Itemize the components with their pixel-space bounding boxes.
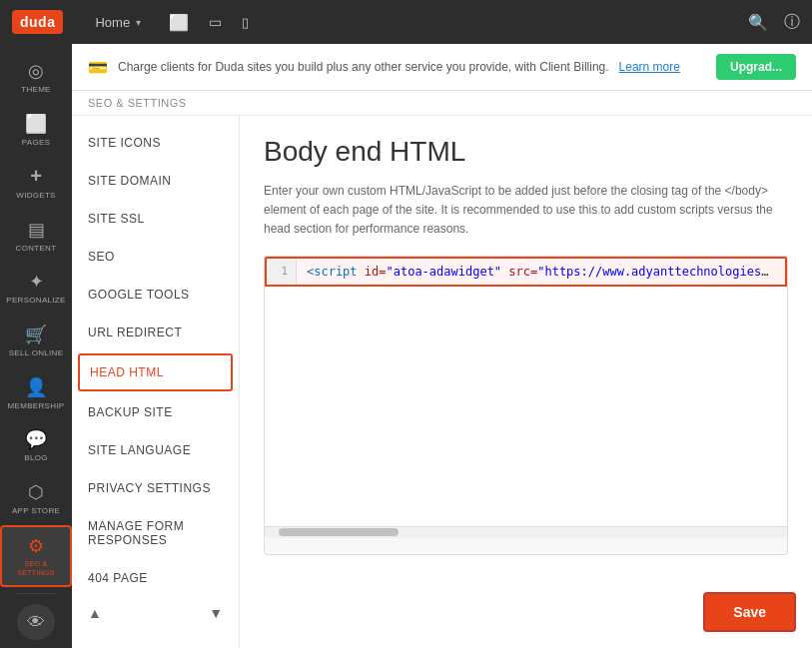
home-label: Home xyxy=(95,15,130,30)
sidebar-item-blog[interactable]: 💬 BLOG xyxy=(0,420,72,471)
code-text[interactable]: <script id="atoa-adawidget" src="https:/… xyxy=(297,259,785,285)
app-store-icon: ⬡ xyxy=(28,481,44,503)
top-nav: duda Home ▾ ⬜ ▭ ▯ 🔍 ⓘ xyxy=(0,0,812,44)
nav-right: 🔍 ⓘ xyxy=(748,12,800,33)
settings-nav-head-html[interactable]: HEAD HTML xyxy=(78,353,233,391)
page-header: SEO & SETTINGS xyxy=(72,91,812,116)
code-editor[interactable]: 1 <script id="atoa-adawidget" src="https… xyxy=(264,256,788,555)
learn-more-link[interactable]: Learn more xyxy=(619,60,680,74)
breadcrumb: SEO & SETTINGS xyxy=(88,97,187,109)
code-line-1[interactable]: 1 <script id="atoa-adawidget" src="https… xyxy=(265,257,787,287)
sidebar-label-widgets: WIDGETS xyxy=(16,191,55,201)
code-attr-id: id= xyxy=(365,265,387,279)
code-scrollbar[interactable] xyxy=(265,526,787,538)
preview-icon: 👁 xyxy=(27,612,45,633)
sidebar-item-personalize[interactable]: ✦ PERSONALIZE xyxy=(0,263,72,314)
inner-layout: SITE ICONS SITE DOMAIN SITE SSL SEO GOOG… xyxy=(72,116,812,648)
scroll-up-icon[interactable]: ▲ xyxy=(88,605,102,621)
sidebar-label-app-store: APP STORE xyxy=(12,506,60,516)
upgrade-button[interactable]: Upgrad... xyxy=(716,54,796,80)
sidebar-label-pages: PAGES xyxy=(22,138,50,148)
settings-nav-404-page[interactable]: 404 PAGE xyxy=(72,559,239,597)
seo-settings-icon: ⚙ xyxy=(28,535,44,557)
sidebar-item-widgets[interactable]: + WIDGETS xyxy=(0,157,72,209)
settings-nav-url-redirect[interactable]: URL REDIRECT xyxy=(72,314,239,351)
blog-icon: 💬 xyxy=(25,428,47,450)
settings-nav-privacy-settings[interactable]: PRIVACY SETTINGS xyxy=(72,469,239,507)
settings-nav-site-ssl[interactable]: SITE SSL xyxy=(72,200,239,238)
sidebar-label-membership: MEMBERSHIP xyxy=(8,401,65,411)
scroll-controls: ▲ ▼ xyxy=(72,597,239,629)
promo-text: Charge clients for Duda sites you build … xyxy=(118,60,609,74)
sidebar-item-content[interactable]: ▤ CONTENT xyxy=(0,211,72,262)
promo-banner: 💳 Charge clients for Duda sites you buil… xyxy=(72,44,812,91)
code-empty-area[interactable] xyxy=(265,287,787,526)
scrollbar-thumb[interactable] xyxy=(279,528,399,536)
settings-nav: SITE ICONS SITE DOMAIN SITE SSL SEO GOOG… xyxy=(72,116,240,648)
line-number: 1 xyxy=(267,259,297,284)
save-button[interactable]: Save xyxy=(703,592,796,632)
sidebar-item-sell-online[interactable]: 🛒 SELL ONLINE xyxy=(0,316,72,366)
content-area: 💳 Charge clients for Duda sites you buil… xyxy=(72,44,812,648)
sell-online-icon: 🛒 xyxy=(25,324,47,345)
sidebar-label-seo-settings: SEO & SETTINGS xyxy=(6,560,66,577)
code-val-src: "https://www.adyanttechnologies.com/acce… xyxy=(537,265,785,279)
home-button[interactable]: Home ▾ xyxy=(83,0,153,44)
settings-nav-seo[interactable]: SEO xyxy=(72,238,239,276)
widgets-icon: + xyxy=(30,165,42,188)
settings-nav-backup-site[interactable]: BACKUP SITE xyxy=(72,393,239,431)
main-layout: ◎ THEME ⬜ PAGES + WIDGETS ▤ CONTENT ✦ PE… xyxy=(0,44,812,648)
save-area: Save xyxy=(703,592,796,632)
sidebar-item-membership[interactable]: 👤 MEMBERSHIP xyxy=(0,368,72,419)
main-content: Body end HTML Enter your own custom HTML… xyxy=(240,116,812,648)
sidebar-label-sell-online: SELL ONLINE xyxy=(9,348,64,358)
chevron-icon: ▾ xyxy=(136,17,141,28)
page-title: Body end HTML xyxy=(264,136,788,168)
mobile-icon[interactable]: ▯ xyxy=(234,11,257,34)
sidebar-label-content: CONTENT xyxy=(16,244,57,254)
desktop-icon[interactable]: ⬜ xyxy=(161,9,197,36)
settings-nav-google-tools[interactable]: GOOGLE TOOLS xyxy=(72,276,239,314)
content-icon: ▤ xyxy=(28,219,45,241)
code-val-id: "atoa-adawidget" xyxy=(386,265,501,279)
scroll-down-icon[interactable]: ▼ xyxy=(209,605,223,621)
sidebar-label-theme: THEME xyxy=(21,85,51,95)
search-icon[interactable]: 🔍 xyxy=(748,13,768,32)
sidebar-item-seo-settings[interactable]: ⚙ SEO & SETTINGS xyxy=(0,525,72,587)
preview-button[interactable]: 👁 xyxy=(17,604,55,640)
tablet-icon[interactable]: ▭ xyxy=(201,10,230,34)
personalize-icon: ✦ xyxy=(29,271,44,293)
membership-icon: 👤 xyxy=(25,376,47,398)
theme-icon: ◎ xyxy=(28,60,44,82)
code-tag-open: <script xyxy=(307,265,365,279)
sidebar-label-blog: BLOG xyxy=(24,453,47,463)
device-switcher: ⬜ ▭ ▯ xyxy=(161,9,257,36)
page-description: Enter your own custom HTML/JavaScript to… xyxy=(264,182,783,240)
code-attr-src: src= xyxy=(501,265,537,279)
settings-nav-site-icons[interactable]: SITE ICONS xyxy=(72,124,239,162)
left-sidebar: ◎ THEME ⬜ PAGES + WIDGETS ▤ CONTENT ✦ PE… xyxy=(0,44,72,648)
sidebar-divider xyxy=(16,593,56,594)
settings-nav-site-domain[interactable]: SITE DOMAIN xyxy=(72,162,239,200)
duda-logo: duda xyxy=(12,10,63,34)
settings-nav-site-language[interactable]: SITE LANGUAGE xyxy=(72,431,239,469)
info-icon[interactable]: ⓘ xyxy=(784,12,800,33)
sidebar-item-theme[interactable]: ◎ THEME xyxy=(0,52,72,103)
billing-icon: 💳 xyxy=(88,58,108,77)
settings-nav-manage-form-responses[interactable]: MANAGE FORM RESPONSES xyxy=(72,507,239,559)
sidebar-item-app-store[interactable]: ⬡ APP STORE xyxy=(0,473,72,524)
sidebar-label-personalize: PERSONALIZE xyxy=(6,296,65,306)
pages-icon: ⬜ xyxy=(25,113,47,135)
sidebar-item-pages[interactable]: ⬜ PAGES xyxy=(0,105,72,156)
